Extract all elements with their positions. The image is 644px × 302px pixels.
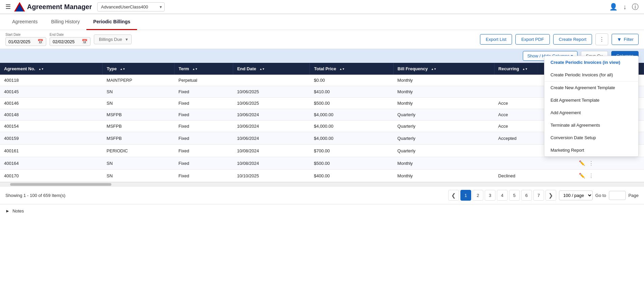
horizontal-scrollbar[interactable]: [0, 182, 644, 186]
next-page-button[interactable]: ❯: [545, 190, 556, 201]
cell-bill-frequency: Monthly: [393, 157, 494, 170]
tab-billing-history[interactable]: Billing History: [44, 14, 86, 30]
help-icon[interactable]: ⓘ: [632, 2, 639, 11]
prev-page-button[interactable]: ❮: [448, 190, 459, 201]
more-options-button[interactable]: ⋮: [595, 33, 608, 45]
sort-recurring-icon[interactable]: ▲▼: [522, 68, 528, 71]
col-term[interactable]: Term ▲▼: [175, 63, 233, 75]
cell-bill-frequency: Quarterly: [393, 145, 494, 157]
cell-total-price: $500.00: [310, 157, 393, 170]
menu-item-add-agreement[interactable]: Add Agreement: [544, 106, 638, 119]
cell-type: SN: [103, 86, 175, 98]
page-2-button[interactable]: 2: [473, 190, 483, 201]
cell-term: Fixed: [175, 86, 233, 98]
start-date-field: Start Date 📅: [5, 33, 46, 46]
cell-bill-frequency: Monthly: [393, 75, 494, 86]
cell-term: Fixed: [175, 98, 233, 109]
page-5-button[interactable]: 5: [509, 190, 520, 201]
billings-due-dropdown[interactable]: Billings Due ▾: [94, 34, 132, 44]
cell-bill-frequency: Monthly: [393, 98, 494, 109]
end-date-input[interactable]: [53, 39, 80, 44]
cell-type: MSFPB: [103, 121, 175, 132]
page-4-button[interactable]: 4: [497, 190, 508, 201]
col-end-date[interactable]: End Date ▲▼: [233, 63, 310, 75]
page-6-button[interactable]: 6: [521, 190, 532, 201]
cell-type: MSFPB: [103, 132, 175, 145]
cell-end-date: 10/08/2024: [233, 157, 310, 170]
row-options-icon[interactable]: ⋮: [589, 160, 594, 166]
col-type[interactable]: Type ▲▼: [103, 63, 175, 75]
company-select[interactable]: AdvancedUserClass400: [97, 2, 165, 11]
menu-item-terminate-all-agreements[interactable]: Terminate all Agreements: [544, 119, 638, 131]
sort-type-icon[interactable]: ▲▼: [120, 68, 125, 71]
sort-bill-frequency-icon[interactable]: ▲▼: [431, 68, 436, 71]
cell-type: PERIODIC: [103, 145, 175, 157]
cell-term: Fixed: [175, 157, 233, 170]
menu-item-create-new-agreement-template[interactable]: Create New Agreement Template: [544, 81, 638, 94]
start-date-input-wrap[interactable]: 📅: [5, 37, 46, 46]
tab-bar: Agreements Billing History Periodic Bill…: [0, 14, 644, 30]
sort-total-price-icon[interactable]: ▲▼: [340, 68, 345, 71]
page-3-button[interactable]: 3: [485, 190, 495, 201]
cell-total-price: $410.00: [310, 86, 393, 98]
cell-agreement-no: 400164: [0, 157, 103, 170]
per-page-select[interactable]: 100 / page 50 / page 25 / page: [559, 191, 593, 200]
logo: Agreement Manager: [14, 2, 92, 11]
sort-term-icon[interactable]: ▲▼: [192, 68, 198, 71]
end-date-input-wrap[interactable]: 📅: [50, 37, 90, 46]
tab-agreements[interactable]: Agreements: [5, 14, 44, 30]
scrollbar-thumb[interactable]: [10, 183, 111, 186]
cell-agreement-no: 400146: [0, 98, 103, 109]
col-bill-frequency[interactable]: Bill Frequency ▲▼: [393, 63, 494, 75]
cell-term: Fixed: [175, 109, 233, 121]
export-pdf-button[interactable]: Export PDF: [515, 34, 549, 45]
menu-item-create-periodic-invoices-view[interactable]: Create Periodic Invoices (in view): [544, 56, 638, 69]
export-list-button[interactable]: Export List: [480, 34, 512, 45]
page-7-button[interactable]: 7: [533, 190, 544, 201]
cell-recurring: [494, 157, 575, 170]
showing-text: Showing 1 - 100 of 659 Item(s): [5, 193, 65, 198]
tab-periodic-billings[interactable]: Periodic Billings: [86, 14, 137, 30]
cell-agreement-no: 400145: [0, 86, 103, 98]
start-date-calendar-icon[interactable]: 📅: [37, 39, 43, 44]
cell-end-date: [233, 75, 310, 86]
context-menu: Create Periodic Invoices (in view)Create…: [544, 56, 639, 157]
cell-agreement-no: 400170: [0, 170, 103, 182]
end-date-calendar-icon[interactable]: 📅: [82, 39, 87, 44]
hamburger-icon[interactable]: ☰: [5, 3, 11, 10]
cell-type: SN: [103, 157, 175, 170]
cell-total-price: $400.00: [310, 170, 393, 182]
company-selector[interactable]: AdvancedUserClass400: [97, 2, 165, 11]
download-icon[interactable]: ↓: [623, 3, 626, 11]
cell-end-date: 10/06/2024: [233, 109, 310, 121]
filter-button[interactable]: ▼ Filter: [612, 34, 639, 45]
menu-item-marketing-report[interactable]: Marketing Report: [544, 144, 638, 156]
start-date-input[interactable]: [8, 39, 35, 44]
cell-end-date: 10/08/2024: [233, 145, 310, 157]
edit-icon[interactable]: ✏️: [579, 173, 585, 179]
col-agreement-no[interactable]: Agreement No. ▲▼: [0, 63, 103, 75]
cell-bill-frequency: Quarterly: [393, 132, 494, 145]
create-report-button[interactable]: Create Report: [553, 34, 592, 45]
user-icon[interactable]: 👤: [609, 3, 618, 11]
goto-input[interactable]: [609, 191, 626, 200]
page-nav: ❮ 1 2 3 4 5 6 7 ❯: [448, 190, 556, 201]
menu-item-conversion-date-setup[interactable]: Conversion Date Setup: [544, 131, 638, 144]
cell-term: Fixed: [175, 121, 233, 132]
cell-total-price: $500.00: [310, 98, 393, 109]
notes-bar[interactable]: ► Notes: [0, 204, 644, 218]
cell-total-price: $4,000.00: [310, 132, 393, 145]
cell-end-date: 10/06/2025: [233, 86, 310, 98]
sort-agreement-no-icon[interactable]: ▲▼: [38, 68, 44, 71]
cell-type: MSFPB: [103, 109, 175, 121]
row-options-icon[interactable]: ⋮: [589, 173, 594, 179]
col-total-price[interactable]: Total Price ▲▼: [310, 63, 393, 75]
edit-icon[interactable]: ✏️: [579, 160, 585, 166]
menu-item-edit-agreement-template[interactable]: Edit Agreement Template: [544, 94, 638, 106]
menu-item-create-periodic-invoices-all[interactable]: Create Periodic Invoices (for all): [544, 69, 638, 81]
app-title: Agreement Manager: [27, 3, 92, 11]
page-1-button[interactable]: 1: [460, 190, 471, 201]
cell-agreement-no: 400118: [0, 75, 103, 86]
sort-end-date-icon[interactable]: ▲▼: [260, 68, 265, 71]
cell-total-price: $0.00: [310, 75, 393, 86]
